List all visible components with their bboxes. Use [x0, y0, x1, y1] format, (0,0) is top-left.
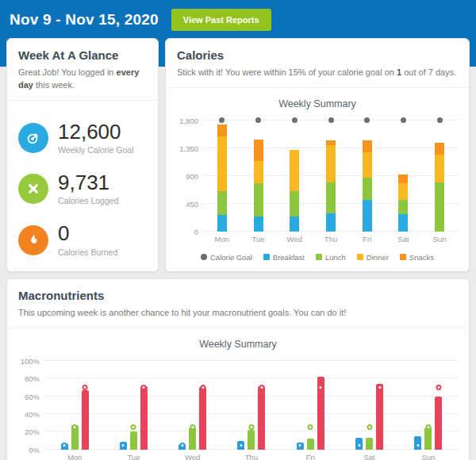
page-content: Nov 9 - Nov 15, 2020 View Past Reports W…: [0, 0, 476, 460]
day-column-fri: [281, 361, 340, 450]
flame-icon: [18, 225, 48, 255]
bar-segment-dinner: [254, 161, 263, 183]
bar-segment-dinner: [435, 155, 444, 182]
y-axis-label: 80%: [25, 374, 40, 383]
x-axis-label-fri: Fri: [349, 235, 386, 243]
y-axis-label: 20%: [25, 427, 40, 436]
x-axis-label-tue: Tue: [240, 235, 277, 243]
bar-segment-dinner: [363, 152, 372, 178]
y-axis-label: 60%: [25, 392, 40, 401]
bar-wrap: [130, 361, 137, 450]
macro-goal-marker: [121, 443, 126, 448]
bar-wrap: [140, 361, 148, 450]
y-axis-label: 450: [186, 199, 198, 208]
x-axis: MonTueWedThuFriSatSun: [45, 453, 458, 460]
bar-fat: [258, 386, 265, 450]
bar-group: [355, 361, 383, 450]
legend-label: Dinner: [367, 253, 389, 262]
bar-segment-lunch: [435, 182, 444, 232]
calories-card: Calories Stick with it! You were within …: [165, 38, 470, 272]
x-axis-label-sat: Sat: [386, 235, 422, 243]
bar-group: [61, 361, 89, 450]
bar-segment-lunch: [398, 200, 408, 214]
bar-wrap: [414, 361, 421, 450]
bar-wrap: [82, 361, 89, 450]
x-axis-label-sun: Sun: [399, 453, 458, 460]
bar-wrap: [178, 361, 186, 450]
week-at-a-glance-message: Great Job! You logged in every day this …: [18, 67, 147, 92]
x-axis-label-mon: Mon: [45, 453, 104, 460]
macro-goal-marker: [248, 424, 254, 430]
day-column-tue: [240, 121, 277, 232]
stacked-bar: [363, 121, 372, 232]
bar-segment-dinner: [398, 183, 408, 201]
day-column-sat: [340, 361, 398, 450]
bar-fat: [435, 397, 442, 450]
week-at-a-glance-title: Week At A Glance: [18, 48, 147, 62]
x-axis-label-fri: Fri: [281, 453, 340, 460]
y-axis-label: 100%: [21, 356, 40, 365]
bar-segment-breakfast: [363, 200, 372, 232]
bar-segment-snacks: [398, 174, 408, 183]
bar-protein: [130, 431, 137, 449]
legend-item-calorie-goal: Calorie Goal: [201, 253, 252, 262]
macronutrients-header: Macronutrients This upcoming week is ano…: [7, 279, 469, 328]
bar-group: [237, 361, 265, 450]
y-axis-label: 1,350: [179, 144, 198, 152]
top-cards-row: Week At A Glance Great Job! You logged i…: [6, 38, 470, 272]
bar-wrap: [199, 361, 206, 450]
bar-wrap: [307, 361, 314, 450]
stat-calories-burned: 0 Calories Burned: [18, 223, 147, 256]
macro-goal-marker: [259, 385, 264, 390]
legend-label: Snacks: [409, 253, 434, 262]
bar-protein: [307, 439, 314, 449]
y-axis-label: 900: [186, 171, 198, 180]
bar-wrap: [61, 361, 68, 450]
bar-protein: [248, 430, 255, 450]
bar-wrap: [317, 361, 324, 450]
view-past-reports-button[interactable]: View Past Reports: [171, 9, 271, 31]
date-range-title: Nov 9 - Nov 15, 2020: [10, 11, 159, 29]
bar-wrap: [366, 361, 373, 450]
bar-segment-dinner: [326, 145, 336, 182]
bar-fat: [376, 384, 383, 450]
bar-wrap: [237, 361, 244, 450]
calories-message: Stick with it! You were within 15% of yo…: [177, 67, 458, 79]
stat-text: 0 Calories Burned: [58, 223, 117, 256]
day-column-sun: [399, 361, 458, 450]
chart-legend: Calorie GoalBreakfastLunchDinnerSnacks: [172, 253, 463, 262]
macro-goal-marker: [425, 424, 431, 430]
bar-segment-dinner: [290, 150, 299, 191]
legend-item-dinner: Dinner: [357, 253, 389, 262]
macro-goal-marker: [141, 385, 147, 390]
macro-goal-marker: [298, 443, 303, 448]
plot-area: 0%20%40%60%80%100%: [45, 361, 458, 450]
bar-segment-dinner: [217, 136, 227, 191]
bar-group: [414, 361, 442, 450]
y-axis-label: 1,800: [179, 116, 198, 125]
bar-segment-snacks: [217, 125, 227, 136]
legend-item-breakfast: Breakfast: [263, 253, 305, 262]
stat-text: 12,600 Weekly Calorie Goal: [58, 121, 134, 155]
x-axis-label-tue: Tue: [104, 453, 163, 460]
bar-fat: [199, 387, 206, 449]
calories-burned-label: Calories Burned: [58, 247, 117, 257]
macro-goal-marker: [356, 443, 362, 448]
macro-goal-marker: [200, 385, 205, 390]
stat-text: 9,731 Calories Logged: [58, 172, 118, 205]
message-text: Stick with it! You were within 15% of yo…: [177, 67, 397, 77]
legend-label: Lunch: [325, 253, 346, 262]
bar-wrap: [297, 361, 304, 450]
day-column-thu: [222, 361, 281, 450]
bar-segment-lunch: [254, 183, 263, 217]
calories-burned-value: 0: [58, 223, 117, 244]
macro-goal-marker: [179, 443, 185, 448]
macro-goal-marker: [190, 424, 195, 430]
bar-protein: [366, 438, 373, 450]
glance-stats: 12,600 Weekly Calorie Goal 9,731 Calo: [7, 101, 158, 271]
x-axis-label-sat: Sat: [340, 453, 398, 460]
day-column-mon: [45, 361, 104, 450]
bar-wrap: [71, 361, 79, 450]
chart-title: Weekly Summary: [166, 98, 469, 109]
bar-segment-breakfast: [217, 215, 227, 232]
